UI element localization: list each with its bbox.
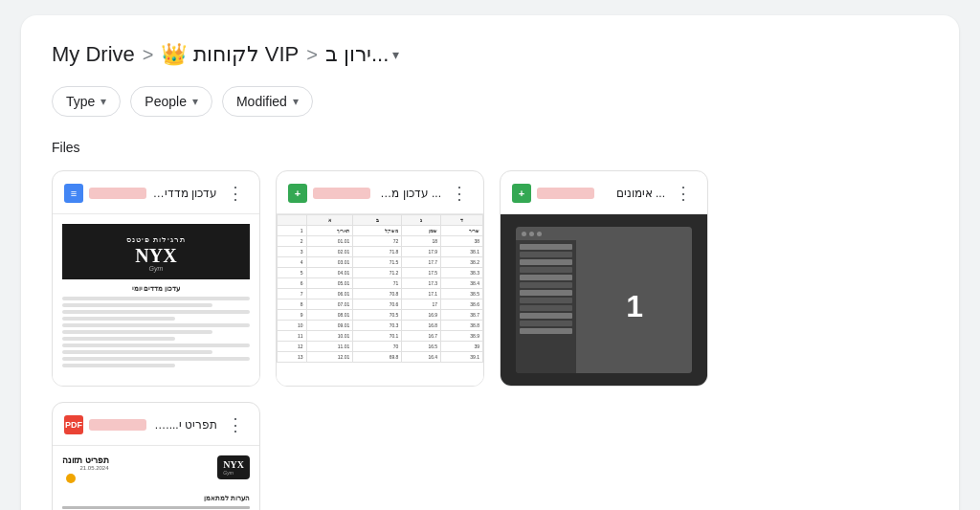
modified-filter-arrow: ▾ bbox=[293, 95, 299, 108]
file-card-1-preview: תרגילות פיטנס NYX Gym עדכון מדדים יומי bbox=[53, 213, 259, 386]
breadcrumb-folder1-emoji: 👑 bbox=[161, 42, 187, 66]
file-card-2-preview: אבגד 1תאריךמשקלשומןשריר 201.01721838 302… bbox=[277, 213, 483, 386]
file-card-4-avatar-redacted bbox=[89, 419, 146, 431]
breadcrumb-sep1: > bbox=[143, 44, 154, 66]
file-card-4-menu-button[interactable]: ⋮ bbox=[223, 412, 248, 437]
breadcrumb-sep2: > bbox=[306, 44, 318, 66]
file-card-2-menu-button[interactable]: ⋮ bbox=[447, 181, 472, 206]
file-card-1[interactable]: ≡ עדכון מדדים י... ⋮ תרגילות פיטנס NYX G… bbox=[52, 170, 260, 387]
people-filter-button[interactable]: People ▾ bbox=[130, 86, 212, 117]
breadcrumb: My Drive > 👑 לקוחות VIP > ירון ב... ▾ bbox=[52, 42, 928, 67]
docs-icon: ≡ bbox=[64, 184, 83, 203]
file-card-1-header-left: ≡ עדכון מדדים י... bbox=[64, 184, 217, 203]
breadcrumb-folder1-label: לקוחות VIP bbox=[193, 42, 300, 66]
people-filter-label: People bbox=[145, 94, 187, 109]
file-card-4[interactable]: PDF תפריט י....pdf ⋮ תפריט תזונה 21.05.2… bbox=[52, 402, 260, 510]
file-card-1-avatar-redacted bbox=[89, 188, 146, 199]
file-card-3-preview: 1 bbox=[501, 213, 707, 386]
file-card-2-header: + ... עדכון מדדים ⋮ bbox=[277, 171, 483, 213]
breadcrumb-dropdown-arrow: ▾ bbox=[392, 47, 399, 62]
main-container: My Drive > 👑 לקוחות VIP > ירון ב... ▾ Ty… bbox=[21, 15, 959, 510]
file-card-1-name: עדכון מדדים י... bbox=[152, 187, 217, 200]
type-filter-label: Type bbox=[66, 94, 95, 109]
file-card-3-menu-button[interactable]: ⋮ bbox=[671, 181, 696, 206]
file-card-2-name: ... עדכון מדדים bbox=[376, 187, 441, 200]
file-card-4-preview: תפריט תזונה 21.05.2024 NYX Gym הערות למת… bbox=[53, 445, 259, 510]
sheets-icon-2: + bbox=[288, 184, 307, 203]
file-card-3-header-left: + ... אימונים bbox=[512, 184, 665, 203]
file-card-3-header: + ... אימונים ⋮ bbox=[501, 171, 707, 213]
modified-filter-button[interactable]: Modified ▾ bbox=[222, 86, 313, 117]
files-section-label: Files bbox=[52, 140, 928, 155]
sheets-icon-3: + bbox=[512, 184, 531, 203]
file-card-1-header: ≡ עדכון מדדים י... ⋮ bbox=[53, 171, 259, 213]
file-card-2-header-left: + ... עדכון מדדים bbox=[288, 184, 441, 203]
people-filter-arrow: ▾ bbox=[192, 95, 198, 108]
breadcrumb-current-label: ירון ב... bbox=[325, 42, 389, 67]
file-card-4-name: תפריט י....pdf bbox=[152, 418, 217, 432]
breadcrumb-root[interactable]: My Drive bbox=[52, 42, 135, 67]
breadcrumb-folder1[interactable]: 👑 לקוחות VIP bbox=[161, 42, 299, 67]
file-card-4-header-left: PDF תפריט י....pdf bbox=[64, 415, 217, 434]
modified-filter-label: Modified bbox=[236, 94, 287, 109]
pdf-icon: PDF bbox=[64, 415, 83, 434]
file-card-3-avatar-redacted bbox=[537, 188, 594, 199]
breadcrumb-current[interactable]: ירון ב... ▾ bbox=[325, 42, 399, 67]
files-grid: ≡ עדכון מדדים י... ⋮ תרגילות פיטנס NYX G… bbox=[52, 170, 928, 510]
file-card-1-menu-button[interactable]: ⋮ bbox=[223, 181, 248, 206]
filters-bar: Type ▾ People ▾ Modified ▾ bbox=[52, 86, 928, 117]
file-card-2[interactable]: + ... עדכון מדדים ⋮ אבגד 1תאר bbox=[276, 170, 484, 387]
file-card-2-avatar-redacted bbox=[313, 188, 370, 199]
file-card-3-name: ... אימונים bbox=[600, 187, 665, 200]
file-card-3[interactable]: + ... אימונים ⋮ bbox=[500, 170, 708, 387]
file-card-4-header: PDF תפריט י....pdf ⋮ bbox=[53, 403, 259, 445]
type-filter-button[interactable]: Type ▾ bbox=[52, 86, 121, 117]
type-filter-arrow: ▾ bbox=[100, 95, 106, 108]
